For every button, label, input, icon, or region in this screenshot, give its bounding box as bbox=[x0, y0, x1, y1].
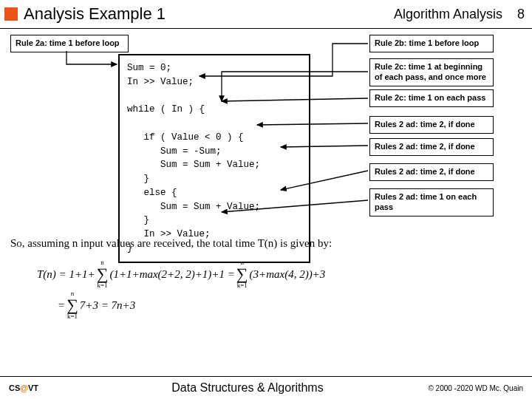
rule-2b-box: Rule 2b: time 1 before loop bbox=[369, 35, 494, 52]
slide-title: Analysis Example 1 bbox=[24, 4, 394, 24]
rule-2ad-3-box: Rules 2 ad: time 2, if done bbox=[369, 163, 494, 181]
footer-left: CS@VT bbox=[9, 383, 98, 392]
eq-mid2: (3+max(4, 2))+3 bbox=[250, 268, 326, 281]
section-title: Algorithm Analysis bbox=[394, 7, 502, 22]
rule-2ad-4-box: Rules 2 ad: time 1 on each pass bbox=[369, 188, 494, 216]
rule-2ad-1-box: Rules 2 ad: time 2, if done bbox=[369, 116, 494, 134]
eq-mid1: (1+1+max(2+2, 2)+1)+1 = bbox=[109, 268, 234, 281]
footer-center: Data Structures & Algorithms bbox=[98, 381, 398, 395]
eq-line2a: = bbox=[58, 299, 65, 312]
rule-2ad-2-box: Rules 2 ad: time 2, if done bbox=[369, 138, 494, 156]
page-number: 8 bbox=[510, 7, 525, 22]
equation-block: T(n) = 1+1+ n ∑ k=1 (1+1+max(2+2, 2)+1)+… bbox=[37, 259, 325, 321]
slide-header: Analysis Example 1 Algorithm Analysis 8 bbox=[0, 0, 532, 29]
eq-line2b: 7+3 = 7n+3 bbox=[80, 299, 135, 312]
footer-right: © 2000 -2020 WD Mc. Quain bbox=[398, 384, 523, 392]
slide-footer: CS@VT Data Structures & Algorithms © 200… bbox=[0, 376, 532, 399]
rule-2a-box: Rule 2a: time 1 before loop bbox=[10, 35, 129, 52]
eq-lhs: T(n) = 1+1+ bbox=[37, 268, 95, 281]
sigma-icon: n ∑ k=1 bbox=[66, 290, 78, 320]
slide-body: Rule 2a: time 1 before loop Sum = 0; In … bbox=[0, 29, 532, 347]
sigma-icon: n ∑ k=1 bbox=[236, 259, 248, 289]
code-block: Sum = 0; In >> Value; while ( In ) { if … bbox=[118, 54, 310, 263]
accent-square-icon bbox=[4, 7, 18, 21]
summary-text: So, assuming n input values are received… bbox=[10, 237, 332, 250]
rule-2c-each-pass-box: Rule 2c: time 1 on each pass bbox=[369, 89, 494, 107]
rule-2c-beginning-box: Rule 2c: time 1 at beginning of each pas… bbox=[369, 58, 494, 86]
sigma-icon: n ∑ k=1 bbox=[97, 259, 109, 289]
